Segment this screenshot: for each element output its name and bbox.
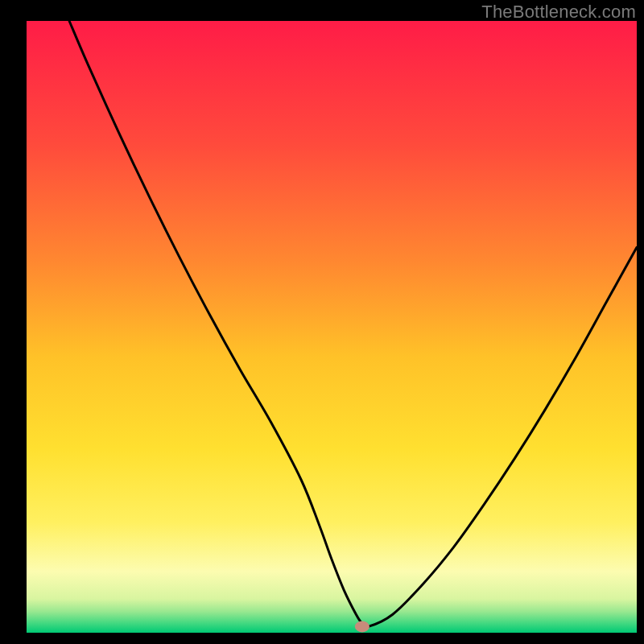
bottleneck-curve-chart	[0, 0, 644, 644]
watermark-text: TheBottleneck.com	[481, 2, 636, 23]
chart-frame: TheBottleneck.com	[0, 0, 644, 644]
marker-point	[355, 621, 369, 632]
plot-background	[27, 21, 637, 633]
